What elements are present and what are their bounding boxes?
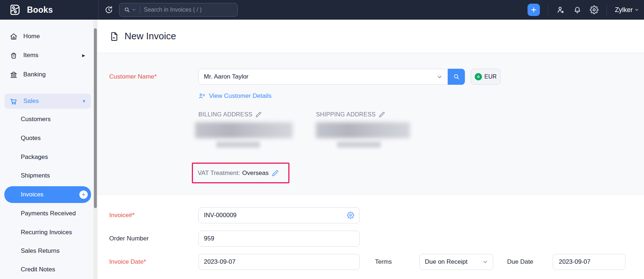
invoice-number-settings-gear-icon[interactable] [347,212,354,219]
invoice-details-section: Invoice#* INV-000009 Order Number 959 In… [98,195,644,279]
account-menu[interactable]: Zylker [615,6,639,14]
chevron-down-icon [483,259,488,264]
sidebar-item-label: Shipments [21,172,50,179]
sidebar-item-sales-returns[interactable]: Sales Returns [0,243,93,259]
cart-icon [9,97,18,105]
invoice-document-icon [109,31,119,41]
bag-icon [9,51,18,60]
caret-right-icon: ▶ [82,53,85,58]
sidebar-item-recurring-invoices[interactable]: Recurring Invoices [0,225,93,240]
sidebar-item-payments-received[interactable]: Payments Received [0,206,93,221]
sidebar: Home Items ▶ Banking Sales ▼ Customers Q… [0,20,93,279]
search-icon [453,73,460,80]
terms-value: Due on Receipt [425,258,467,266]
refer-users-icon[interactable] [556,5,565,14]
view-customer-details-link[interactable]: View Customer Details [198,92,272,100]
account-name: Zylker [615,6,633,14]
top-bar: Books Search in Invoices ( / ) Zylker [0,0,644,20]
order-number-input[interactable]: 959 [198,231,360,247]
billing-address-header: BILLING ADDRESS [198,111,261,118]
chevron-down-icon [635,8,639,12]
sidebar-item-label: Invoices [21,191,43,198]
app-logo-area[interactable]: Books [0,0,99,20]
plus-icon [530,6,537,13]
sidebar-scrollbar-thumb[interactable] [94,28,97,208]
new-invoice-plus-icon[interactable] [79,191,88,199]
invoice-date-value: 2023-09-07 [204,258,236,266]
sidebar-item-label: Customers [21,116,51,123]
sidebar-item-label: Credit Notes [21,266,55,273]
sidebar-item-quotes[interactable]: Quotes [0,131,93,146]
billing-address-redacted [195,122,293,148]
currency-icon [475,73,482,80]
main-content: New Invoice Customer Name* Mr. Aaron Tay… [98,20,644,279]
shipping-address-redacted [316,122,410,148]
sidebar-item-items[interactable]: Items ▶ [0,48,93,63]
customer-name-label: Customer Name* [109,73,157,80]
topbar-divider [607,4,607,15]
global-search-input[interactable]: Search in Invoices ( / ) [119,3,238,17]
customer-section: Customer Name* Mr. Aaron Taylor EUR View… [98,53,644,195]
topbar-divider [548,4,548,15]
sidebar-item-label: Quotes [21,135,41,142]
settings-gear-icon[interactable] [590,5,598,14]
invoice-number-label: Invoice#* [109,212,135,219]
shipping-address-header: SHIPPING ADDRESS [316,111,385,118]
invoice-number-input[interactable]: INV-000009 [198,207,360,223]
edit-billing-pencil-icon[interactable] [256,112,261,117]
view-customer-details-label: View Customer Details [209,92,272,100]
sidebar-item-packages[interactable]: Packages [0,150,93,165]
terms-label: Terms [375,258,392,266]
sidebar-item-label: Payments Received [21,210,76,217]
order-number-value: 959 [204,235,214,242]
due-date-label: Due Date [507,258,533,266]
sidebar-scrollbar[interactable] [93,20,98,279]
books-logo-icon [9,3,22,16]
page-title: New Invoice [125,31,176,42]
chevron-down-icon[interactable] [437,74,442,80]
terms-select[interactable]: Due on Receipt [419,254,493,270]
search-icon [124,7,130,13]
sidebar-item-banking[interactable]: Banking [0,67,93,82]
sidebar-item-home[interactable]: Home [0,29,93,44]
due-date-input[interactable]: 2023-09-07 [553,254,625,270]
customer-search-button[interactable] [448,69,465,85]
recent-history-icon[interactable] [104,5,113,14]
invoice-date-input[interactable]: 2023-09-07 [198,254,360,270]
notifications-bell-icon[interactable] [573,5,582,14]
sidebar-item-shipments[interactable]: Shipments [0,168,93,183]
person-card-icon [198,92,206,100]
sidebar-item-customers[interactable]: Customers [0,112,93,127]
invoice-number-value: INV-000009 [204,212,237,219]
sidebar-item-label: Sales [23,97,39,105]
search-scope-chevron-icon[interactable] [132,8,136,12]
caret-down-icon: ▼ [82,99,86,103]
app-name: Books [27,5,53,15]
search-placeholder: Search in Invoices ( / ) [144,7,202,13]
sidebar-item-label: Sales Returns [21,247,60,255]
sidebar-item-label: Items [23,52,39,59]
sidebar-item-invoices[interactable]: Invoices [4,186,91,203]
edit-shipping-pencil-icon[interactable] [379,112,385,117]
customer-name-select[interactable]: Mr. Aaron Taylor [198,69,448,85]
billing-address-label: BILLING ADDRESS [198,111,252,118]
currency-code: EUR [485,73,497,80]
search-divider [140,6,140,14]
sidebar-item-label: Home [23,33,40,40]
page-header: New Invoice [98,20,644,53]
sidebar-item-label: Recurring Invoices [21,229,72,236]
shipping-address-label: SHIPPING ADDRESS [316,111,376,118]
quick-create-button[interactable] [528,4,540,16]
home-icon [9,32,18,41]
order-number-label: Order Number [109,235,149,242]
currency-button[interactable]: EUR [471,69,501,85]
invoice-date-label: Invoice Date* [109,258,146,266]
vat-treatment-highlight-box: VAT Treatment: Overseas [192,163,289,183]
sidebar-item-sales[interactable]: Sales ▼ [4,93,91,109]
vat-treatment-label: VAT Treatment: [198,170,240,177]
edit-vat-pencil-icon[interactable] [272,170,278,176]
sidebar-item-credit-notes[interactable]: Credit Notes [0,262,93,277]
customer-name-value: Mr. Aaron Taylor [204,73,249,80]
due-date-value: 2023-09-07 [559,258,590,266]
sidebar-item-label: Packages [21,154,48,161]
